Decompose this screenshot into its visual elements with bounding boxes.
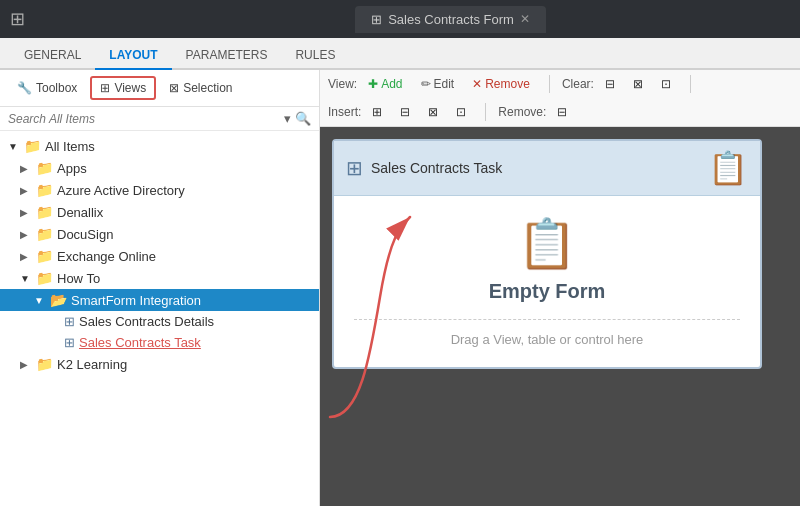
view-icon-sc-task: ⊞: [64, 335, 75, 350]
clear-btn2[interactable]: ⊠: [626, 74, 650, 94]
folder-icon-all-items: 📁: [24, 138, 41, 154]
vt-insert-section: Insert: ⊞ ⊟ ⊠ ⊡: [328, 102, 473, 122]
arrow-exchange: ▶: [20, 251, 32, 262]
folder-icon-denallix: 📁: [36, 204, 53, 220]
insert-btn3[interactable]: ⊠: [421, 102, 445, 122]
remove-label: Remove: [485, 77, 530, 91]
search-input[interactable]: [8, 112, 280, 126]
form-tab-label: Sales Contracts Form: [388, 12, 514, 27]
form-tab[interactable]: ⊞ Sales Contracts Form ✕: [355, 6, 546, 33]
insert-btn1[interactable]: ⊞: [365, 102, 389, 122]
remove-view-button[interactable]: ✕ Remove: [465, 74, 537, 94]
add-label: Add: [381, 77, 402, 91]
arrow-azure: ▶: [20, 185, 32, 196]
add-icon: ✚: [368, 77, 378, 91]
tree: ▼ 📁 All Items ▶ 📁 Apps ▶ 📁 Azure Active …: [0, 131, 319, 506]
views-label: Views: [114, 81, 146, 95]
form-tab-icon: ⊞: [371, 12, 382, 27]
tab-parameters[interactable]: PARAMETERS: [172, 42, 282, 70]
remove2-btn[interactable]: ⊟: [550, 102, 574, 122]
tree-item-azure[interactable]: ▶ 📁 Azure Active Directory: [0, 179, 319, 201]
drag-hint: Drag a View, table or control here: [354, 319, 740, 347]
edit-view-button[interactable]: ✏ Edit: [414, 74, 462, 94]
vt-remove2-section: Remove: ⊟: [498, 102, 574, 122]
dropdown-icon[interactable]: ▾: [284, 111, 291, 126]
separator2: [690, 75, 691, 93]
tab-rules[interactable]: RULES: [281, 42, 349, 70]
toolbox-button[interactable]: 🔧 Toolbox: [8, 77, 86, 99]
folder-icon-azure: 📁: [36, 182, 53, 198]
main-layout: 🔧 Toolbox ⊞ Views ⊠ Selection ▾ 🔍: [0, 70, 800, 506]
arrow-docusign: ▶: [20, 229, 32, 240]
tree-item-smartform[interactable]: ▼ 📂 SmartForm Integration: [0, 289, 319, 311]
design-canvas: ⊞ Sales Contracts Task 📋 📋 Empty Form Dr…: [332, 139, 762, 369]
search-row: ▾ 🔍: [0, 107, 319, 131]
label-sc-details: Sales Contracts Details: [79, 314, 214, 329]
label-denallix: Denallix: [57, 205, 103, 220]
insert-btn4[interactable]: ⊡: [449, 102, 473, 122]
label-all-items: All Items: [45, 139, 95, 154]
insert-label: Insert:: [328, 105, 361, 119]
view-icon-sc-details: ⊞: [64, 314, 75, 329]
left-panel: 🔧 Toolbox ⊞ Views ⊠ Selection ▾ 🔍: [0, 70, 320, 506]
arrow-howto: ▼: [20, 273, 32, 284]
folder-icon-k2learning: 📁: [36, 356, 53, 372]
label-sc-task: Sales Contracts Task: [79, 335, 201, 350]
grid-icon[interactable]: ⊞: [10, 8, 25, 30]
empty-form-icon: 📋: [517, 216, 577, 272]
tree-item-sc-details[interactable]: ▶ ⊞ Sales Contracts Details: [0, 311, 319, 332]
canvas-header: ⊞ Sales Contracts Task 📋: [334, 141, 760, 196]
tree-item-k2learning[interactable]: ▶ 📁 K2 Learning: [0, 353, 319, 375]
label-exchange: Exchange Online: [57, 249, 156, 264]
clear-label: Clear:: [562, 77, 594, 91]
close-tab-icon[interactable]: ✕: [520, 12, 530, 26]
folder-icon-apps: 📁: [36, 160, 53, 176]
selection-label: Selection: [183, 81, 232, 95]
search-icons: ▾ 🔍: [284, 111, 311, 126]
selection-icon: ⊠: [169, 81, 179, 95]
arrow-k2learning: ▶: [20, 359, 32, 370]
tree-item-apps[interactable]: ▶ 📁 Apps: [0, 157, 319, 179]
tab-strip: ⊞ Sales Contracts Form ✕: [115, 6, 790, 33]
view-label: View:: [328, 77, 357, 91]
tree-item-sc-task[interactable]: ▶ ⊞ Sales Contracts Task: [0, 332, 319, 353]
arrow-denallix: ▶: [20, 207, 32, 218]
canvas-form-icon: 📋: [708, 149, 748, 187]
task-label: Sales Contracts Task: [371, 160, 502, 176]
separator1: [549, 75, 550, 93]
clear-btn3[interactable]: ⊡: [654, 74, 678, 94]
add-view-button[interactable]: ✚ Add: [361, 74, 409, 94]
search-icon[interactable]: 🔍: [295, 111, 311, 126]
vt-view-section: View: ✚ Add ✏ Edit ✕ Remove: [328, 74, 537, 94]
views-button[interactable]: ⊞ Views: [90, 76, 156, 100]
label-azure: Azure Active Directory: [57, 183, 185, 198]
label-apps: Apps: [57, 161, 87, 176]
tree-item-exchange[interactable]: ▶ 📁 Exchange Online: [0, 245, 319, 267]
clear-btn1[interactable]: ⊟: [598, 74, 622, 94]
tree-item-docusign[interactable]: ▶ 📁 DocuSign: [0, 223, 319, 245]
views-icon: ⊞: [100, 81, 110, 95]
tree-item-howto[interactable]: ▼ 📁 How To: [0, 267, 319, 289]
label-docusign: DocuSign: [57, 227, 113, 242]
label-k2learning: K2 Learning: [57, 357, 127, 372]
pencil-icon: ✏: [421, 77, 431, 91]
folder-icon-docusign: 📁: [36, 226, 53, 242]
tree-item-all-items[interactable]: ▼ 📁 All Items: [0, 135, 319, 157]
toolbox-label: Toolbox: [36, 81, 77, 95]
folder-icon-smartform: 📂: [50, 292, 67, 308]
insert-btn2[interactable]: ⊟: [393, 102, 417, 122]
canvas-area: ⊞ Sales Contracts Task 📋 📋 Empty Form Dr…: [320, 127, 800, 506]
wrench-icon: 🔧: [17, 81, 32, 95]
tab-layout[interactable]: LAYOUT: [95, 42, 171, 70]
edit-label: Edit: [434, 77, 455, 91]
tab-general[interactable]: GENERAL: [10, 42, 95, 70]
arrow-all-items: ▼: [8, 141, 20, 152]
tree-item-denallix[interactable]: ▶ 📁 Denallix: [0, 201, 319, 223]
canvas-body: 📋 Empty Form Drag a View, table or contr…: [334, 196, 760, 367]
arrow-smartform: ▼: [34, 295, 46, 306]
selection-button[interactable]: ⊠ Selection: [160, 77, 241, 99]
right-content: View: ✚ Add ✏ Edit ✕ Remove Clear: ⊟ ⊠: [320, 70, 800, 506]
left-toolbar: 🔧 Toolbox ⊞ Views ⊠ Selection: [0, 70, 319, 107]
label-smartform: SmartForm Integration: [71, 293, 201, 308]
nav-tabs: GENERAL LAYOUT PARAMETERS RULES: [0, 38, 800, 70]
